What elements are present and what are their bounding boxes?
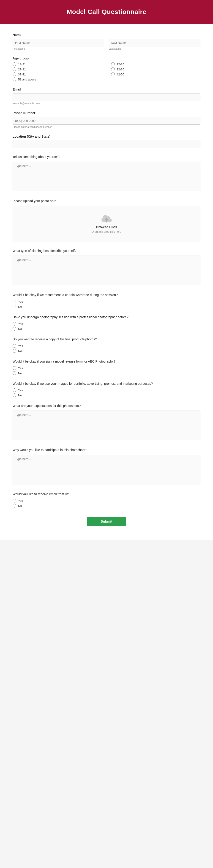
age-group-label: Age group: [12, 57, 201, 60]
clothing-label: What type of clothing best describe your…: [12, 248, 201, 253]
photography-no-option[interactable]: No: [12, 327, 201, 331]
upload-section: Please upload your photo here Browse Fil…: [12, 199, 201, 242]
email-updates-section: Would you like to receive email from us?…: [12, 492, 201, 507]
about-textarea[interactable]: [12, 162, 201, 191]
images-yes-option[interactable]: Yes: [12, 389, 201, 392]
email-hint: example@example.com: [12, 102, 201, 105]
email-updates-yes-radio[interactable]: [12, 499, 16, 502]
phone-label: Phone Number: [12, 111, 201, 115]
age-option-27-31[interactable]: 27-31: [12, 67, 102, 71]
upload-browse-label: Browse Files: [96, 225, 117, 229]
clothing-textarea[interactable]: [12, 255, 201, 285]
copy-yes-radio[interactable]: [12, 344, 16, 348]
page-title: Model Call Questionnaire: [5, 8, 208, 16]
age-option-42-50[interactable]: 42-50: [111, 72, 201, 76]
name-section: Name First Name Last Name: [12, 33, 201, 50]
copy-yes-option[interactable]: Yes: [12, 344, 201, 348]
age-radio-51-above[interactable]: [12, 78, 16, 81]
photography-section: Have you undergo photography session wit…: [12, 315, 201, 331]
phone-input[interactable]: [12, 117, 201, 125]
release-no-option[interactable]: No: [12, 371, 201, 375]
phone-hint: Please enter a valid phone number.: [12, 125, 201, 128]
wardrobe-section: Would it be okay if we recommend a certa…: [12, 292, 201, 308]
email-updates-label: Would you like to receive email from us?: [12, 492, 201, 497]
age-radio-18-21[interactable]: [12, 62, 16, 66]
expectations-section: What are your expectations for this phot…: [12, 403, 201, 441]
age-radio-32-36[interactable]: [111, 67, 115, 71]
header: Model Call Questionnaire: [0, 0, 213, 24]
email-updates-no-radio[interactable]: [12, 504, 16, 507]
release-yes-radio[interactable]: [12, 366, 16, 370]
age-option-37-41[interactable]: 37-41: [12, 72, 102, 76]
about-section: Tell us something about yourself?: [12, 155, 201, 192]
location-label: Location (City and State): [12, 135, 201, 138]
last-name-input[interactable]: [109, 39, 201, 46]
images-yes-radio[interactable]: [12, 389, 16, 392]
images-no-option[interactable]: No: [12, 394, 201, 397]
last-name-group: Last Name: [109, 39, 201, 50]
upload-drag-label: Drag and drop files here: [92, 230, 122, 234]
release-yes-option[interactable]: Yes: [12, 366, 201, 370]
age-option-22-26[interactable]: 22-26: [111, 62, 201, 66]
wardrobe-no-option[interactable]: No: [12, 305, 201, 308]
email-updates-no-option[interactable]: No: [12, 504, 201, 507]
wardrobe-yes-radio[interactable]: [12, 300, 16, 303]
copy-section: Do you want to receive a copy of the fin…: [12, 337, 201, 353]
copy-no-option[interactable]: No: [12, 349, 201, 353]
age-radio-42-50[interactable]: [111, 72, 115, 76]
name-label: Name: [12, 33, 201, 37]
first-name-hint: First Name: [12, 47, 104, 50]
participate-label: Why would you like to participate in thi…: [12, 447, 201, 453]
email-updates-yes-option[interactable]: Yes: [12, 499, 201, 502]
submit-row: Submit: [12, 517, 201, 526]
last-name-hint: Last Name: [109, 47, 201, 50]
age-radio-37-41[interactable]: [12, 72, 16, 76]
copy-no-radio[interactable]: [12, 349, 16, 353]
upload-label: Please upload your photo here: [12, 199, 201, 204]
photography-yes-option[interactable]: Yes: [12, 322, 201, 326]
location-section: Location (City and State): [12, 135, 201, 148]
about-label: Tell us something about yourself?: [12, 155, 201, 159]
upload-area[interactable]: Browse Files Drag and drop files here: [12, 206, 201, 242]
photography-no-radio[interactable]: [12, 327, 16, 331]
phone-section: Phone Number Please enter a valid phone …: [12, 111, 201, 128]
email-label: Email: [12, 88, 201, 91]
release-no-radio[interactable]: [12, 371, 16, 375]
expectations-textarea[interactable]: [12, 410, 201, 440]
age-group-section: Age group 18-21 22-26 27-31 32-36 37-41: [12, 57, 201, 81]
participate-section: Why would you like to participate in thi…: [12, 447, 201, 485]
upload-cloud-icon: [101, 214, 112, 224]
participate-textarea[interactable]: [12, 455, 201, 485]
photography-label: Have you undergo photography session wit…: [12, 315, 201, 319]
first-name-input[interactable]: [12, 39, 104, 46]
wardrobe-no-radio[interactable]: [12, 305, 16, 308]
age-radio-22-26[interactable]: [111, 62, 115, 66]
age-group-grid: 18-21 22-26 27-31 32-36 37-41 42-50: [12, 62, 201, 81]
images-no-radio[interactable]: [12, 394, 16, 397]
email-input[interactable]: [12, 93, 201, 101]
wardrobe-label: Would it be okay if we recommend a certa…: [12, 292, 201, 298]
copy-label: Do you want to receive a copy of the fin…: [12, 337, 201, 342]
release-section: Would it be okay if you sign a model rel…: [12, 359, 201, 375]
expectations-label: What are your expectations for this phot…: [12, 403, 201, 408]
submit-button[interactable]: Submit: [87, 517, 126, 526]
age-option-32-36[interactable]: 32-36: [111, 67, 201, 71]
images-label: Would it be okay if we use your images f…: [12, 381, 201, 386]
photography-yes-radio[interactable]: [12, 322, 16, 326]
age-option-51-above[interactable]: 51 and above: [12, 78, 102, 81]
clothing-section: What type of clothing best describe your…: [12, 248, 201, 286]
wardrobe-yes-option[interactable]: Yes: [12, 300, 201, 303]
images-section: Would it be okay if we use your images f…: [12, 381, 201, 397]
age-option-18-21[interactable]: 18-21: [12, 62, 102, 66]
release-label: Would it be okay if you sign a model rel…: [12, 359, 201, 364]
first-name-group: First Name: [12, 39, 104, 50]
email-section: Email example@example.com: [12, 88, 201, 105]
location-input[interactable]: [12, 141, 201, 148]
age-radio-27-31[interactable]: [12, 67, 16, 71]
